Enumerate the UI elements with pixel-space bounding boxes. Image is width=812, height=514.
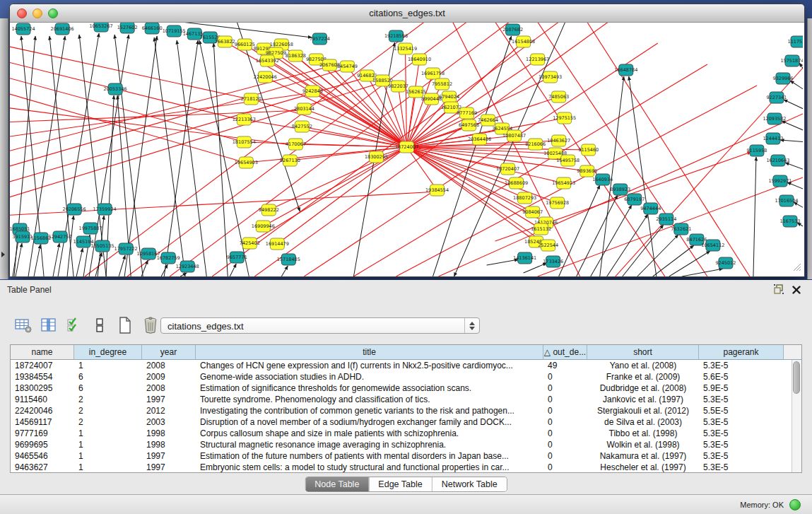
cell-in_degree[interactable]: 6 xyxy=(74,382,142,394)
tab-network-table[interactable]: Network Table xyxy=(432,477,507,491)
cell-title[interactable]: Disruption of a novel member of a sodium… xyxy=(196,416,543,428)
cell-pagerank[interactable]: 5.3E-5 xyxy=(699,416,784,428)
cell-out_degree[interactable]: 0 xyxy=(543,439,587,450)
cell-title[interactable]: Tourette syndrome. Phenomenology and cla… xyxy=(196,394,543,405)
cell-short[interactable]: Tibbo et al. (1998) xyxy=(587,428,699,439)
table-select[interactable]: citations_edges.txt xyxy=(160,317,480,334)
cell-name[interactable]: 18300295 xyxy=(11,382,74,394)
tab-node-table[interactable]: Node Table xyxy=(305,477,368,491)
cell-name[interactable]: 9115460 xyxy=(11,394,74,405)
cell-short[interactable]: Wolkin et al. (1998) xyxy=(587,439,699,450)
cell-year[interactable]: 1997 xyxy=(142,450,196,462)
cell-in_degree[interactable]: 1 xyxy=(74,428,142,439)
cell-title[interactable]: Changes of HCN gene expression and I(f) … xyxy=(196,360,543,371)
cell-year[interactable]: 2003 xyxy=(142,416,196,428)
cell-in_degree[interactable]: 1 xyxy=(74,462,142,473)
column-header-short[interactable]: short xyxy=(587,345,699,360)
cell-short[interactable]: Nakamura et al. (1997) xyxy=(587,450,699,462)
cell-out_degree[interactable]: 0 xyxy=(543,405,587,416)
cell-pagerank[interactable]: 5.3E-5 xyxy=(699,428,784,439)
resize-grip[interactable] xyxy=(792,262,801,274)
cell-in_degree[interactable]: 2 xyxy=(74,394,142,405)
cell-pagerank[interactable]: 5.3E-5 xyxy=(699,394,784,405)
table-row[interactable]: 946554611997Estimation of the future num… xyxy=(11,450,801,462)
column-header-out_degree[interactable]: △ out_de... xyxy=(543,345,587,360)
cell-pagerank[interactable]: 5.5E-5 xyxy=(699,405,784,416)
table-row[interactable]: 1872400712008Changes of HCN gene express… xyxy=(11,360,801,371)
select-all-icon[interactable] xyxy=(65,316,83,334)
memory-status-icon[interactable] xyxy=(789,499,801,510)
network-view[interactable]: 1405572420691406106532671527602646616010… xyxy=(10,23,804,276)
cell-in_degree[interactable]: 2 xyxy=(74,405,142,416)
cell-name[interactable]: 9699695 xyxy=(11,439,74,450)
cell-name[interactable]: 9465546 xyxy=(11,450,74,462)
cell-out_degree[interactable]: 0 xyxy=(543,462,587,473)
scrollbar-thumb[interactable] xyxy=(793,361,800,394)
cell-in_degree[interactable]: 6 xyxy=(74,371,142,382)
column-header-pagerank[interactable]: pagerank xyxy=(699,345,784,360)
cell-pagerank[interactable]: 5.3E-5 xyxy=(699,439,784,450)
cell-pagerank[interactable]: 5.3E-5 xyxy=(699,450,784,462)
cell-name[interactable]: 18724007 xyxy=(11,360,74,371)
cell-name[interactable]: 9777169 xyxy=(11,428,74,439)
tab-edge-table[interactable]: Edge Table xyxy=(368,477,431,491)
column-header-year[interactable]: year xyxy=(142,345,196,360)
cell-in_degree[interactable]: 1 xyxy=(74,360,142,371)
cell-name[interactable]: 9463627 xyxy=(11,462,74,473)
float-panel-icon[interactable] xyxy=(774,284,784,297)
cell-year[interactable]: 2012 xyxy=(142,405,196,416)
panel-collapse-arrow-icon[interactable] xyxy=(1,252,5,257)
cell-in_degree[interactable]: 1 xyxy=(74,450,142,462)
cell-out_degree[interactable]: 0 xyxy=(543,450,587,462)
table-row[interactable]: 977716911998Corpus callosum shape and si… xyxy=(11,428,801,439)
cell-title[interactable]: Investigating the contribution of common… xyxy=(196,405,543,416)
cell-title[interactable]: Embryonic stem cells: a model to study s… xyxy=(196,462,543,473)
cell-short[interactable]: Jankovic et al. (1997) xyxy=(587,394,699,405)
column-header-title[interactable]: title xyxy=(196,345,543,360)
cell-pagerank[interactable]: 5.3E-5 xyxy=(699,462,784,473)
cell-pagerank[interactable]: 5.9E-5 xyxy=(699,382,784,394)
cell-pagerank[interactable]: 5.3E-5 xyxy=(699,360,784,371)
cell-title[interactable]: Genome-wide association studies in ADHD. xyxy=(196,371,543,382)
table-row[interactable]: 969969511998Structural magnetic resonanc… xyxy=(11,439,801,450)
table-row[interactable]: 1456911722003Disruption of a novel membe… xyxy=(11,416,801,428)
cell-year[interactable]: 1998 xyxy=(142,428,196,439)
window-titlebar[interactable]: citations_edges.txt xyxy=(10,4,804,23)
close-panel-icon[interactable] xyxy=(792,284,801,297)
table-row[interactable]: 2242004622012Investigating the contribut… xyxy=(11,405,801,416)
cell-out_degree[interactable]: 0 xyxy=(543,416,587,428)
cell-year[interactable]: 1998 xyxy=(142,439,196,450)
column-header-name[interactable]: name xyxy=(11,345,74,360)
cell-out_degree[interactable]: 0 xyxy=(543,428,587,439)
cell-out_degree[interactable]: 0 xyxy=(543,371,587,382)
cell-title[interactable]: Estimation of significance thresholds fo… xyxy=(196,382,543,394)
new-table-icon[interactable] xyxy=(116,316,134,334)
table-row[interactable]: 946362711997Embryonic stem cells: a mode… xyxy=(11,462,801,473)
column-header-in_degree[interactable]: in_degree xyxy=(74,345,142,360)
cell-out_degree[interactable]: 0 xyxy=(543,382,587,394)
cell-pagerank[interactable]: 5.6E-5 xyxy=(699,371,784,382)
cell-short[interactable]: de Silva et al. (2003) xyxy=(587,416,699,428)
cell-title[interactable]: Structural magnetic resonance image aver… xyxy=(196,439,543,450)
cell-year[interactable]: 1997 xyxy=(142,462,196,473)
cell-title[interactable]: Estimation of the future numbers of pati… xyxy=(196,450,543,462)
cell-name[interactable]: 19384554 xyxy=(11,371,74,382)
cell-year[interactable]: 2008 xyxy=(142,360,196,371)
cell-short[interactable]: Hescheler et al. (1997) xyxy=(587,462,699,473)
column-edit-icon[interactable] xyxy=(40,316,57,334)
cell-year[interactable]: 2009 xyxy=(142,371,196,382)
table-scrollbar[interactable] xyxy=(792,360,801,472)
cell-out_degree[interactable]: 0 xyxy=(543,394,587,405)
cell-year[interactable]: 2008 xyxy=(142,382,196,394)
cell-title[interactable]: Corpus callosum shape and size in male p… xyxy=(196,428,543,439)
table-row[interactable]: 1938455462009Genome-wide association stu… xyxy=(11,371,801,382)
cell-in_degree[interactable]: 2 xyxy=(74,416,142,428)
cell-short[interactable]: Yano et al. (2008) xyxy=(587,360,699,371)
cell-in_degree[interactable]: 1 xyxy=(74,439,142,450)
table-options-icon[interactable] xyxy=(14,316,32,334)
cell-year[interactable]: 1997 xyxy=(142,394,196,405)
row-height-icon[interactable] xyxy=(90,316,108,334)
delete-rows-icon[interactable] xyxy=(141,316,159,334)
cell-short[interactable]: Franke et al. (2009) xyxy=(587,371,699,382)
table-row[interactable]: 1830029562008Estimation of significance … xyxy=(11,382,801,394)
